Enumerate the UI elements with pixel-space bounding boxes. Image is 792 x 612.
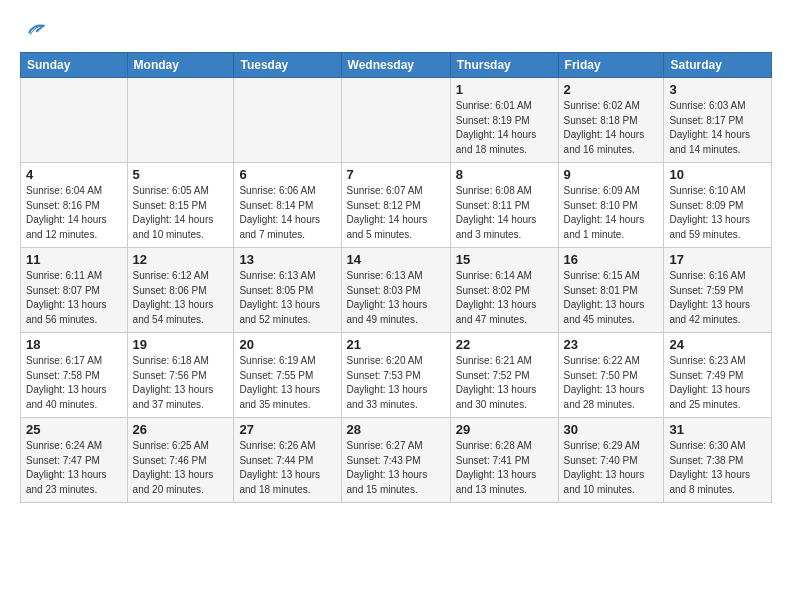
calendar-week-row: 25Sunrise: 6:24 AM Sunset: 7:47 PM Dayli… (21, 418, 772, 503)
calendar-cell: 9Sunrise: 6:09 AM Sunset: 8:10 PM Daylig… (558, 163, 664, 248)
header (20, 18, 772, 40)
calendar-week-row: 4Sunrise: 6:04 AM Sunset: 8:16 PM Daylig… (21, 163, 772, 248)
calendar-week-row: 18Sunrise: 6:17 AM Sunset: 7:58 PM Dayli… (21, 333, 772, 418)
day-number: 2 (564, 82, 659, 97)
calendar-cell (234, 78, 341, 163)
calendar-cell: 4Sunrise: 6:04 AM Sunset: 8:16 PM Daylig… (21, 163, 128, 248)
calendar-cell: 10Sunrise: 6:10 AM Sunset: 8:09 PM Dayli… (664, 163, 772, 248)
calendar-cell: 15Sunrise: 6:14 AM Sunset: 8:02 PM Dayli… (450, 248, 558, 333)
calendar-header-friday: Friday (558, 53, 664, 78)
day-info: Sunrise: 6:30 AM Sunset: 7:38 PM Dayligh… (669, 439, 766, 497)
calendar-header-sunday: Sunday (21, 53, 128, 78)
day-number: 3 (669, 82, 766, 97)
day-number: 26 (133, 422, 229, 437)
day-number: 16 (564, 252, 659, 267)
day-number: 10 (669, 167, 766, 182)
day-info: Sunrise: 6:07 AM Sunset: 8:12 PM Dayligh… (347, 184, 445, 242)
day-info: Sunrise: 6:01 AM Sunset: 8:19 PM Dayligh… (456, 99, 553, 157)
logo (20, 18, 45, 40)
day-info: Sunrise: 6:22 AM Sunset: 7:50 PM Dayligh… (564, 354, 659, 412)
day-info: Sunrise: 6:27 AM Sunset: 7:43 PM Dayligh… (347, 439, 445, 497)
calendar-cell: 31Sunrise: 6:30 AM Sunset: 7:38 PM Dayli… (664, 418, 772, 503)
calendar-table: SundayMondayTuesdayWednesdayThursdayFrid… (20, 52, 772, 503)
day-number: 9 (564, 167, 659, 182)
calendar-cell: 20Sunrise: 6:19 AM Sunset: 7:55 PM Dayli… (234, 333, 341, 418)
calendar-cell: 11Sunrise: 6:11 AM Sunset: 8:07 PM Dayli… (21, 248, 128, 333)
calendar-cell: 5Sunrise: 6:05 AM Sunset: 8:15 PM Daylig… (127, 163, 234, 248)
day-number: 27 (239, 422, 335, 437)
calendar-cell: 21Sunrise: 6:20 AM Sunset: 7:53 PM Dayli… (341, 333, 450, 418)
calendar-header-saturday: Saturday (664, 53, 772, 78)
calendar-header-row: SundayMondayTuesdayWednesdayThursdayFrid… (21, 53, 772, 78)
day-number: 4 (26, 167, 122, 182)
calendar-cell: 24Sunrise: 6:23 AM Sunset: 7:49 PM Dayli… (664, 333, 772, 418)
day-number: 19 (133, 337, 229, 352)
day-info: Sunrise: 6:20 AM Sunset: 7:53 PM Dayligh… (347, 354, 445, 412)
day-info: Sunrise: 6:18 AM Sunset: 7:56 PM Dayligh… (133, 354, 229, 412)
calendar-cell: 3Sunrise: 6:03 AM Sunset: 8:17 PM Daylig… (664, 78, 772, 163)
day-info: Sunrise: 6:21 AM Sunset: 7:52 PM Dayligh… (456, 354, 553, 412)
calendar-cell: 30Sunrise: 6:29 AM Sunset: 7:40 PM Dayli… (558, 418, 664, 503)
day-info: Sunrise: 6:29 AM Sunset: 7:40 PM Dayligh… (564, 439, 659, 497)
day-info: Sunrise: 6:13 AM Sunset: 8:03 PM Dayligh… (347, 269, 445, 327)
calendar-cell: 8Sunrise: 6:08 AM Sunset: 8:11 PM Daylig… (450, 163, 558, 248)
day-info: Sunrise: 6:03 AM Sunset: 8:17 PM Dayligh… (669, 99, 766, 157)
day-info: Sunrise: 6:11 AM Sunset: 8:07 PM Dayligh… (26, 269, 122, 327)
calendar-week-row: 1Sunrise: 6:01 AM Sunset: 8:19 PM Daylig… (21, 78, 772, 163)
calendar-cell: 22Sunrise: 6:21 AM Sunset: 7:52 PM Dayli… (450, 333, 558, 418)
day-info: Sunrise: 6:17 AM Sunset: 7:58 PM Dayligh… (26, 354, 122, 412)
calendar-header-wednesday: Wednesday (341, 53, 450, 78)
day-info: Sunrise: 6:02 AM Sunset: 8:18 PM Dayligh… (564, 99, 659, 157)
day-info: Sunrise: 6:25 AM Sunset: 7:46 PM Dayligh… (133, 439, 229, 497)
day-number: 31 (669, 422, 766, 437)
calendar-header-monday: Monday (127, 53, 234, 78)
calendar-cell: 13Sunrise: 6:13 AM Sunset: 8:05 PM Dayli… (234, 248, 341, 333)
day-info: Sunrise: 6:13 AM Sunset: 8:05 PM Dayligh… (239, 269, 335, 327)
day-info: Sunrise: 6:04 AM Sunset: 8:16 PM Dayligh… (26, 184, 122, 242)
day-info: Sunrise: 6:10 AM Sunset: 8:09 PM Dayligh… (669, 184, 766, 242)
day-info: Sunrise: 6:26 AM Sunset: 7:44 PM Dayligh… (239, 439, 335, 497)
day-info: Sunrise: 6:28 AM Sunset: 7:41 PM Dayligh… (456, 439, 553, 497)
calendar-cell: 7Sunrise: 6:07 AM Sunset: 8:12 PM Daylig… (341, 163, 450, 248)
calendar-cell: 26Sunrise: 6:25 AM Sunset: 7:46 PM Dayli… (127, 418, 234, 503)
calendar-cell: 6Sunrise: 6:06 AM Sunset: 8:14 PM Daylig… (234, 163, 341, 248)
day-number: 14 (347, 252, 445, 267)
day-number: 12 (133, 252, 229, 267)
calendar-cell: 2Sunrise: 6:02 AM Sunset: 8:18 PM Daylig… (558, 78, 664, 163)
day-number: 28 (347, 422, 445, 437)
day-info: Sunrise: 6:23 AM Sunset: 7:49 PM Dayligh… (669, 354, 766, 412)
day-info: Sunrise: 6:19 AM Sunset: 7:55 PM Dayligh… (239, 354, 335, 412)
day-number: 23 (564, 337, 659, 352)
calendar-header-tuesday: Tuesday (234, 53, 341, 78)
calendar-cell: 23Sunrise: 6:22 AM Sunset: 7:50 PM Dayli… (558, 333, 664, 418)
calendar-cell: 28Sunrise: 6:27 AM Sunset: 7:43 PM Dayli… (341, 418, 450, 503)
calendar-cell: 18Sunrise: 6:17 AM Sunset: 7:58 PM Dayli… (21, 333, 128, 418)
calendar-cell: 12Sunrise: 6:12 AM Sunset: 8:06 PM Dayli… (127, 248, 234, 333)
day-number: 8 (456, 167, 553, 182)
day-number: 24 (669, 337, 766, 352)
day-number: 30 (564, 422, 659, 437)
day-number: 5 (133, 167, 229, 182)
day-number: 18 (26, 337, 122, 352)
day-number: 25 (26, 422, 122, 437)
day-number: 7 (347, 167, 445, 182)
calendar-cell (21, 78, 128, 163)
calendar-cell: 1Sunrise: 6:01 AM Sunset: 8:19 PM Daylig… (450, 78, 558, 163)
day-number: 13 (239, 252, 335, 267)
calendar-cell: 17Sunrise: 6:16 AM Sunset: 7:59 PM Dayli… (664, 248, 772, 333)
day-info: Sunrise: 6:12 AM Sunset: 8:06 PM Dayligh… (133, 269, 229, 327)
day-number: 17 (669, 252, 766, 267)
calendar-header-thursday: Thursday (450, 53, 558, 78)
day-info: Sunrise: 6:06 AM Sunset: 8:14 PM Dayligh… (239, 184, 335, 242)
calendar-cell: 16Sunrise: 6:15 AM Sunset: 8:01 PM Dayli… (558, 248, 664, 333)
day-number: 6 (239, 167, 335, 182)
day-info: Sunrise: 6:08 AM Sunset: 8:11 PM Dayligh… (456, 184, 553, 242)
day-number: 20 (239, 337, 335, 352)
calendar-cell: 29Sunrise: 6:28 AM Sunset: 7:41 PM Dayli… (450, 418, 558, 503)
calendar-cell: 19Sunrise: 6:18 AM Sunset: 7:56 PM Dayli… (127, 333, 234, 418)
calendar-cell: 14Sunrise: 6:13 AM Sunset: 8:03 PM Dayli… (341, 248, 450, 333)
calendar-cell (127, 78, 234, 163)
calendar-cell (341, 78, 450, 163)
day-info: Sunrise: 6:14 AM Sunset: 8:02 PM Dayligh… (456, 269, 553, 327)
day-number: 11 (26, 252, 122, 267)
